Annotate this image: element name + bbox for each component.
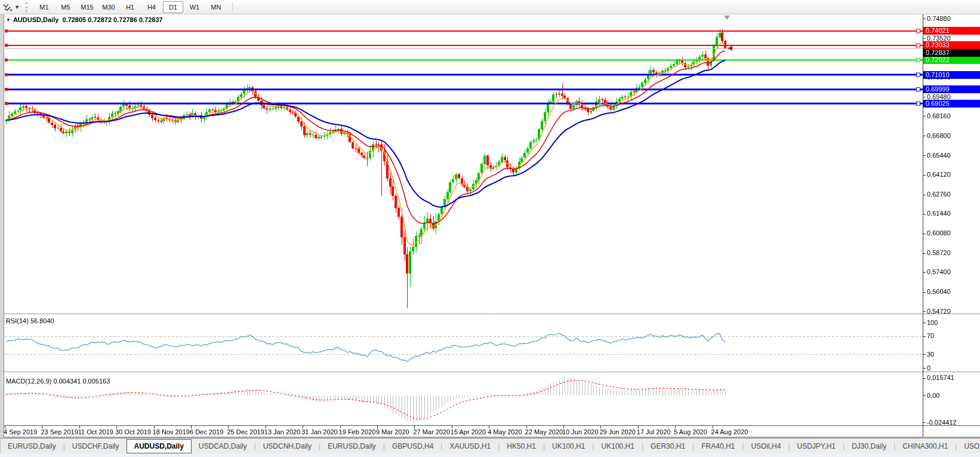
rsi-axis-tick: 0: [927, 364, 930, 372]
symbol-tab-USDCAD-Daily[interactable]: USDCAD,Daily: [192, 439, 254, 453]
window-bottom-strip: [0, 453, 980, 457]
toolbar-separator: [232, 2, 233, 12]
time-axis-label: 9 Mar 2020: [376, 428, 409, 436]
chart-ticks-icon[interactable]: [2, 2, 13, 12]
price-axis-tick: 0.56040: [927, 288, 951, 296]
time-axis-label: 17 Jul 2020: [637, 428, 671, 436]
timeframe-button-W1[interactable]: W1: [184, 1, 205, 13]
time-axis-label: 25 Dec 2019: [227, 428, 264, 436]
rsi-axis-tick: 70: [927, 332, 934, 340]
timeframe-buttons: M1M5M15M30H1H4D1W1MN: [34, 1, 227, 13]
time-axis-label: 5 Aug 2020: [674, 428, 707, 436]
time-axis-label: 18 Nov 2019: [153, 428, 190, 436]
price-axis-tick: 0.57400: [927, 268, 951, 276]
price-axis-tick: 0.74880: [927, 15, 951, 23]
time-axis-label: 6 Dec 2019: [190, 428, 223, 436]
time-axis-label: 15 Apr 2020: [451, 428, 486, 436]
symbol-tab-GBPUSD-H4[interactable]: GBPUSD,H4: [385, 439, 440, 453]
chart-ohlc-quote: 0.72805 0.72872 0.72786 0.72837: [62, 16, 162, 23]
timeframe-button-D1[interactable]: D1: [163, 1, 183, 13]
timeframe-button-H4[interactable]: H4: [141, 1, 162, 13]
hline-price-badge: 0.72022: [923, 56, 980, 64]
symbol-tab-GER30-H1[interactable]: GER30,H1: [643, 439, 692, 453]
macd-axis-tick: 0.015741: [927, 374, 954, 382]
price-axis-tick: 0.68160: [927, 112, 951, 120]
symbol-tab-AUDUSD-Daily[interactable]: AUDUSD,Daily: [127, 439, 192, 453]
symbol-tab-DJ30-Daily[interactable]: DJ30,Daily: [845, 439, 893, 453]
price-axis-tick: 0.62760: [927, 191, 951, 198]
price-axis-tick: 0.54720: [927, 308, 951, 315]
price-axis-tick: 0.66800: [927, 132, 951, 140]
symbol-tab-EURUSD-Daily[interactable]: EURUSD,Daily: [1, 439, 63, 453]
chart-dropdown-caret-icon[interactable]: ▼: [14, 4, 20, 10]
symbol-tab-USOil-H4[interactable]: USOil,H4: [744, 439, 788, 453]
macd-indicator-label: MACD(12,26,9) 0.004341 0.005163: [6, 378, 110, 385]
macd-axis-tick: -0.024412: [927, 419, 957, 427]
symbol-tab-XAUUSD-H1[interactable]: XAUUSD,H1: [442, 439, 498, 453]
current-price-badge: 0.72837: [923, 49, 980, 57]
time-axis-label: 19 Feb 2020: [339, 428, 376, 436]
timeframe-button-M15[interactable]: M15: [77, 1, 97, 13]
symbol-tab-USDCNH-Daily[interactable]: USDCNH,Daily: [256, 439, 319, 453]
chart-title: ▼AUDUSD,Daily 0.72805 0.72872 0.72786 0.…: [6, 16, 163, 23]
price-axis-tick: 0.58720: [927, 249, 951, 257]
timeframe-button-M30[interactable]: M30: [98, 1, 119, 13]
symbol-tab-EURUSD-Daily[interactable]: EURUSD,Daily: [320, 439, 383, 453]
chart-symbol-period: AUDUSD,Daily: [13, 16, 58, 23]
time-axis-label: 30 Oct 2019: [115, 428, 151, 436]
time-axis-label: 22 May 2020: [525, 428, 563, 436]
time-axis-label: 11 Oct 2019: [78, 428, 113, 436]
symbol-tab-FRA40-H1[interactable]: FRA40,H1: [694, 439, 742, 453]
time-axis-label: 4 May 2020: [488, 428, 522, 436]
symbol-tab-USDCHF-Daily[interactable]: USDCHF,Daily: [65, 439, 127, 453]
timeframe-button-M1[interactable]: M1: [34, 1, 54, 13]
time-axis-label: 13 Jan 2020: [264, 428, 301, 436]
time-axis-label: 29 Jun 2020: [599, 428, 636, 436]
rsi-axis-tick: 30: [927, 351, 934, 358]
trading-terminal: ▼ M1M5M15M30H1H4D1W1MN ▼AUDUSD,Daily 0.7…: [0, 0, 980, 457]
symbol-tab-HK50-H1[interactable]: HK50,H1: [500, 439, 543, 453]
time-axis-label: 4 Sep 2019: [4, 428, 37, 436]
rsi-axis-tick: 100: [927, 319, 938, 327]
time-axis-label: 27 Mar 2020: [413, 428, 450, 436]
rsi-indicator-label: RSI(14) 56.8040: [6, 317, 54, 325]
symbol-tab-UK100-H1[interactable]: UK100,H1: [594, 439, 642, 453]
timeframe-button-MN[interactable]: MN: [206, 1, 226, 13]
time-axis-label: 24 Aug 2020: [711, 428, 748, 436]
macd-axis-tick: 0.00: [927, 392, 939, 400]
hline-price-badge: 0.73033: [923, 41, 980, 49]
chart-canvas[interactable]: [0, 0, 980, 457]
toolbar-grip: [26, 2, 29, 12]
timeframe-button-H1[interactable]: H1: [120, 1, 140, 13]
symbol-tab-CHINA300-H1[interactable]: CHINA300,H1: [895, 439, 955, 453]
hline-price-badge: 0.74021: [923, 27, 980, 35]
symbol-tab-USOil-H1[interactable]: USOil,H1: [957, 439, 980, 453]
symbol-tab-UK100-H1[interactable]: UK100,H1: [545, 439, 592, 453]
price-axis-tick: 0.64120: [927, 171, 951, 179]
hline-price-badge: 0.69999: [923, 85, 980, 93]
toolbar: ▼ M1M5M15M30H1H4D1W1MN: [0, 0, 980, 14]
price-axis-tick: 0.60080: [927, 229, 951, 237]
hline-price-badge: 0.69025: [923, 100, 980, 108]
time-axis-label: 23 Sep 2019: [41, 428, 78, 436]
symbol-tab-bar[interactable]: EURUSD,Daily|USDCHF,DailyAUDUSD,DailyUSD…: [0, 438, 980, 454]
title-marker-icon: ▼: [6, 17, 11, 23]
time-axis-label: 31 Jan 2020: [301, 428, 338, 436]
price-axis-tick: 0.65440: [927, 152, 951, 160]
time-axis-label: 10 Jun 2020: [562, 428, 599, 436]
hline-price-badge: 0.71010: [923, 71, 980, 79]
price-axis-tick: 0.61440: [927, 210, 951, 217]
timeframe-button-M5[interactable]: M5: [56, 1, 76, 13]
symbol-tab-USDJPY-H1[interactable]: USDJPY,H1: [790, 439, 843, 453]
